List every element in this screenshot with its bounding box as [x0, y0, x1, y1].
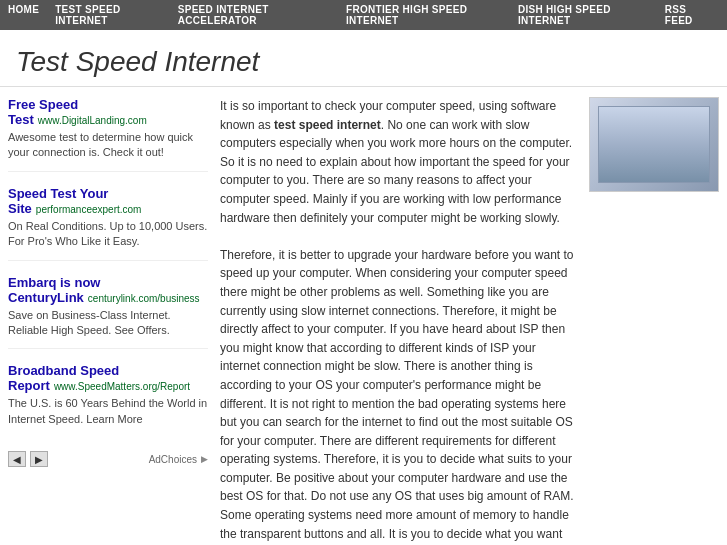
- ad-item-1: Speed Test Your Siteperformanceexpert.co…: [8, 186, 208, 261]
- ad-domain-1: performanceexpert.com: [36, 204, 142, 215]
- ad-description-2: Save on Business-Class Internet. Reliabl…: [8, 308, 208, 339]
- article-first-paragraph: It is so important to check your compute…: [220, 97, 579, 545]
- main-layout: Free Speed Testwww.DigitalLanding.comAwe…: [0, 97, 727, 545]
- article-image: [589, 97, 719, 192]
- nav-link-home[interactable]: HOME: [8, 4, 47, 26]
- ad-title-line-1: Speed Test Your Siteperformanceexpert.co…: [8, 186, 208, 216]
- top-navigation: HOMETEST SPEED INTERNETSPEED INTERNET AC…: [0, 0, 727, 30]
- ad-title-line-3: Broadband Speed Reportwww.SpeedMatters.o…: [8, 363, 208, 393]
- nav-link-dish-high-speed-internet[interactable]: DISH HIGH SPEED INTERNET: [510, 4, 657, 26]
- ad-domain-3: www.SpeedMatters.org/Report: [54, 381, 190, 392]
- ad-description-0: Awesome test to determine how quick your…: [8, 130, 208, 161]
- ad-title-link-2[interactable]: Embarq is now CenturyLink: [8, 275, 100, 305]
- ad-item-0: Free Speed Testwww.DigitalLanding.comAwe…: [8, 97, 208, 172]
- article-p2: Therefore, it is better to upgrade your …: [220, 246, 579, 545]
- nav-link-test-speed-internet[interactable]: TEST SPEED INTERNET: [47, 4, 169, 26]
- article-content: It is so important to check your compute…: [220, 97, 719, 545]
- article-p1: It is so important to check your compute…: [220, 97, 579, 227]
- ads-container: Free Speed Testwww.DigitalLanding.comAwe…: [8, 97, 208, 437]
- nav-link-frontier-high-speed-internet[interactable]: FRONTIER HIGH SPEED INTERNET: [338, 4, 510, 26]
- nav-link-rss-feed[interactable]: RSS FEED: [657, 4, 719, 26]
- ad-title-line-0: Free Speed Testwww.DigitalLanding.com: [8, 97, 208, 127]
- ad-item-2: Embarq is now CenturyLinkcenturylink.com…: [8, 275, 208, 350]
- ad-description-1: On Real Conditions. Up to 10,000 Users. …: [8, 219, 208, 250]
- ad-title-line-2: Embarq is now CenturyLinkcenturylink.com…: [8, 275, 208, 305]
- ad-description-3: The U.S. is 60 Years Behind the World in…: [8, 396, 208, 427]
- left-column-ads: Free Speed Testwww.DigitalLanding.comAwe…: [8, 97, 208, 545]
- article-top-section: It is so important to check your compute…: [220, 97, 719, 545]
- page-title-area: Test Speed Internet: [0, 30, 727, 87]
- ad-domain-0: www.DigitalLanding.com: [38, 115, 147, 126]
- ad-domain-2: centurylink.com/business: [88, 293, 200, 304]
- nav-link-speed-internet-accelerator[interactable]: SPEED INTERNET ACCELERATOR: [170, 4, 338, 26]
- ad-item-3: Broadband Speed Reportwww.SpeedMatters.o…: [8, 363, 208, 437]
- ad-prev-button[interactable]: ◀: [8, 451, 26, 467]
- adchoices-icon: ▶: [201, 454, 208, 464]
- ad-navigation-row: ◀ ▶ AdChoices ▶: [8, 451, 208, 467]
- adchoices-label: AdChoices: [149, 454, 197, 465]
- ad-next-button[interactable]: ▶: [30, 451, 48, 467]
- page-title: Test Speed Internet: [16, 46, 711, 78]
